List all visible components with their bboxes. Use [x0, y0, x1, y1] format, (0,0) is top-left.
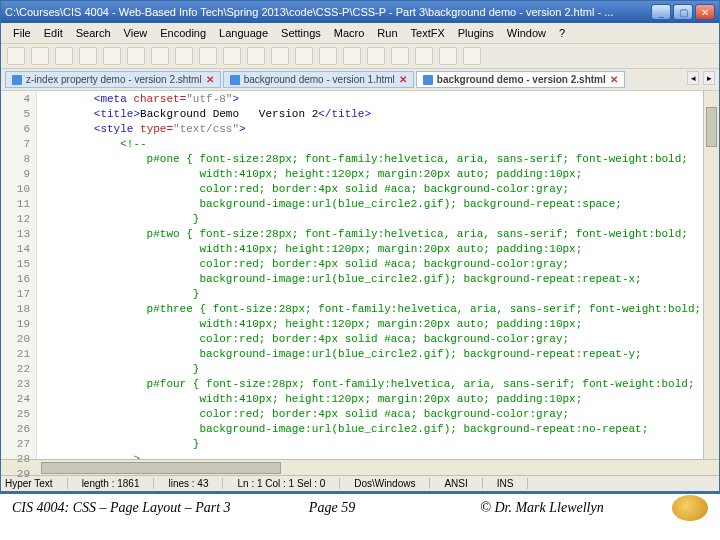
status-position: Ln : 1 Col : 1 Sel : 0: [237, 478, 340, 489]
status-length: length : 1861: [82, 478, 155, 489]
ucf-logo-icon: [672, 495, 708, 521]
slide-footer: CIS 4004: CSS – Page Layout – Part 3 Pag…: [0, 492, 720, 522]
minimize-button[interactable]: _: [651, 4, 671, 20]
toolbar: [1, 43, 719, 69]
toolbar-button[interactable]: [175, 47, 193, 65]
menu-macro[interactable]: Macro: [328, 25, 371, 41]
file-tab[interactable]: z-index property demo - version 2.shtml✕: [5, 71, 221, 88]
code-editor[interactable]: 4567891011121314151617181920212223242526…: [1, 91, 719, 459]
toolbar-button[interactable]: [271, 47, 289, 65]
status-os: Dos\Windows: [354, 478, 430, 489]
toolbar-button[interactable]: [415, 47, 433, 65]
status-type: Hyper Text: [5, 478, 68, 489]
menu-window[interactable]: Window: [501, 25, 552, 41]
toolbar-button[interactable]: [151, 47, 169, 65]
toolbar-button[interactable]: [79, 47, 97, 65]
toolbar-button[interactable]: [31, 47, 49, 65]
menu-edit[interactable]: Edit: [38, 25, 69, 41]
toolbar-button[interactable]: [223, 47, 241, 65]
close-button[interactable]: ✕: [695, 4, 715, 20]
footer-author: © Dr. Mark Llewellyn: [412, 500, 672, 516]
window-buttons: _ ▢ ✕: [651, 4, 715, 20]
code-area[interactable]: <meta charset="utf-8"> <title>Background…: [37, 91, 703, 459]
menu-view[interactable]: View: [118, 25, 154, 41]
file-icon: [230, 75, 240, 85]
toolbar-button[interactable]: [295, 47, 313, 65]
file-icon: [423, 75, 433, 85]
menu-?[interactable]: ?: [553, 25, 571, 41]
footer-course: CIS 4004: CSS – Page Layout – Part 3: [12, 500, 252, 516]
tab-label: z-index property demo - version 2.shtml: [26, 74, 202, 85]
toolbar-button[interactable]: [55, 47, 73, 65]
toolbar-button[interactable]: [343, 47, 361, 65]
tab-label: background demo - version 2.shtml: [437, 74, 606, 85]
tab-label: background demo - version 1.html: [244, 74, 395, 85]
toolbar-button[interactable]: [391, 47, 409, 65]
status-lines: lines : 43: [168, 478, 223, 489]
horizontal-scrollbar[interactable]: [1, 459, 719, 475]
menu-encoding[interactable]: Encoding: [154, 25, 212, 41]
statusbar: Hyper Text length : 1861 lines : 43 Ln :…: [1, 475, 719, 491]
line-number-gutter: 4567891011121314151617181920212223242526…: [1, 91, 37, 459]
tab-scroll-left[interactable]: ◂: [687, 71, 699, 85]
vertical-scrollbar[interactable]: [703, 91, 719, 459]
menubar: FileEditSearchViewEncodingLanguageSettin…: [1, 23, 719, 43]
menu-search[interactable]: Search: [70, 25, 117, 41]
menu-run[interactable]: Run: [371, 25, 403, 41]
tab-close-icon[interactable]: ✕: [399, 74, 407, 85]
editor-tabs: z-index property demo - version 2.shtml✕…: [1, 69, 719, 91]
file-tab[interactable]: background demo - version 1.html✕: [223, 71, 414, 88]
tab-close-icon[interactable]: ✕: [610, 74, 618, 85]
toolbar-button[interactable]: [463, 47, 481, 65]
status-mode: INS: [497, 478, 529, 489]
window-title-text: C:\Courses\CIS 4004 - Web-Based Info Tec…: [5, 6, 651, 18]
toolbar-button[interactable]: [319, 47, 337, 65]
toolbar-button[interactable]: [367, 47, 385, 65]
toolbar-button[interactable]: [127, 47, 145, 65]
toolbar-button[interactable]: [439, 47, 457, 65]
menu-textfx[interactable]: TextFX: [405, 25, 451, 41]
maximize-button[interactable]: ▢: [673, 4, 693, 20]
footer-page: Page 59: [252, 500, 412, 516]
status-encoding: ANSI: [444, 478, 482, 489]
file-icon: [12, 75, 22, 85]
menu-settings[interactable]: Settings: [275, 25, 327, 41]
menu-plugins[interactable]: Plugins: [452, 25, 500, 41]
tab-scroll-right[interactable]: ▸: [703, 71, 715, 85]
menu-file[interactable]: File: [7, 25, 37, 41]
toolbar-button[interactable]: [199, 47, 217, 65]
menu-language[interactable]: Language: [213, 25, 274, 41]
toolbar-button[interactable]: [7, 47, 25, 65]
toolbar-button[interactable]: [103, 47, 121, 65]
tab-close-icon[interactable]: ✕: [206, 74, 214, 85]
titlebar: C:\Courses\CIS 4004 - Web-Based Info Tec…: [1, 1, 719, 23]
toolbar-button[interactable]: [247, 47, 265, 65]
file-tab[interactable]: background demo - version 2.shtml✕: [416, 71, 625, 88]
